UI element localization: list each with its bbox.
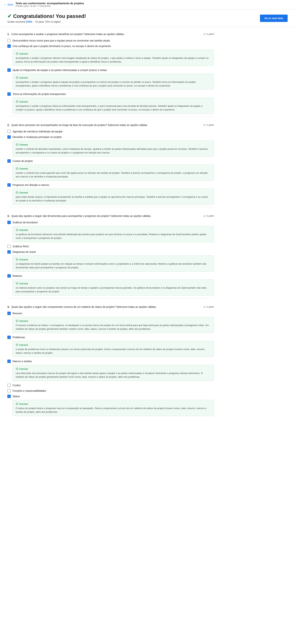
quiz-content: 1. Como acompanhar e avaliar o progresso… <box>0 27 221 429</box>
question-header-1: 1. Como acompanhar e avaliar o progresso… <box>8 33 214 36</box>
question-block-1: 1. Como acompanhar e avaliar o progresso… <box>8 33 214 116</box>
answer-option-4-1: ✓Resumo <box>8 311 214 315</box>
top-nav: ← Back Teste seu conhecimento: Acompanha… <box>0 0 295 10</box>
feedback-text-3-1: os gráficos de burndown oferecem uma div… <box>16 232 211 240</box>
feedback-text-2-3: manter o controle dos custos garante que… <box>16 171 211 178</box>
answer-option-1-1: Desconsidera riscos novos para que a equ… <box>8 38 214 42</box>
option-label-4-5: Funções e responsabilidades <box>12 389 46 392</box>
nav-info: Teste seu conhecimento: Acompanhamento d… <box>16 2 84 8</box>
feedback-text-3-3: os diagramas de Gantt avaliam as tarefas… <box>16 262 211 269</box>
pass-label: To pass <box>35 20 44 23</box>
question-number-4: 4. <box>8 306 10 308</box>
answer-option-3-4: ✓Roteiros <box>8 274 214 278</box>
correct-label-1-3: ☉ Correct <box>16 76 211 80</box>
grade-label: Grade received <box>8 20 25 23</box>
correct-circle-icon: ☉ <box>16 143 18 146</box>
question-text-4: 4. Quais das opções a seguir são compone… <box>8 306 200 308</box>
feedback-text-4-1: O resumo condensa as metas, o cronograma… <box>16 324 211 331</box>
correct-circle-icon: ☉ <box>16 319 18 323</box>
correct-text: Correct <box>19 100 28 103</box>
checkbox-2-1 <box>8 130 11 133</box>
checkbox-3-4: ✓ <box>8 274 11 278</box>
correct-feedback-3-3: ☉ Correctos diagramas de Gantt avaliam a… <box>12 256 214 272</box>
correct-label-1-2: ☉ Correct <box>16 52 211 56</box>
answer-option-3-2: Gráficos RACI <box>8 244 214 248</box>
feedback-text-3-4: os roteiros ilustram como os projetos vã… <box>16 286 211 293</box>
correct-text: Correct <box>19 344 28 346</box>
back-button[interactable]: ← Back <box>4 3 13 6</box>
correct-text: Correct <box>19 76 28 79</box>
option-label-4-4: Custos <box>12 384 21 387</box>
question-number-1: 1. <box>8 33 10 36</box>
answer-option-3-3: ✓Diagramas de Gantt <box>8 250 214 254</box>
question-header-3: 3. Quais das opções a seguir são ferrame… <box>8 214 214 218</box>
checkbox-4-1: ✓ <box>8 312 11 315</box>
feedback-text-1-2: acompanhar e avaliar o progresso oferece… <box>16 56 211 64</box>
answer-option-1-4: ✓Torna as informações do projeto transpa… <box>8 92 214 96</box>
congrats-heading: Congratulations! You passed! <box>13 13 86 19</box>
correct-text: Correct <box>19 167 28 170</box>
congrats-title: ✔ Congratulations! You passed! <box>8 13 86 19</box>
correct-feedback-1-4: ☉ Correctacompanhar e avaliar o progress… <box>12 98 214 114</box>
feedback-text-4-6: O status do projeto ilustra o progresso … <box>16 406 211 414</box>
option-label-1-3: Ajuda os integrantes da equipe e as part… <box>12 68 107 72</box>
checkbox-3-3: ✓ <box>8 250 11 254</box>
question-header-4: 4. Quais das opções a seguir são compone… <box>8 306 214 308</box>
back-label: Back <box>8 3 13 6</box>
checkbox-2-2: ✓ <box>8 135 11 139</box>
option-label-4-3: Marcos e tarefas <box>12 360 32 363</box>
correct-circle-icon: ☉ <box>16 76 18 80</box>
question-divider-1 <box>8 116 214 116</box>
feedback-text-4-2: a seção de problemas inclui os obstáculo… <box>16 348 211 355</box>
checkbox-1-4: ✓ <box>8 92 11 96</box>
correct-feedback-1-2: ☉ Correctacompanhar e avaliar o progress… <box>12 50 214 66</box>
point-badge-4: 1 / 1 point <box>203 306 214 308</box>
question-divider-3 <box>8 298 214 298</box>
correct-label-4-6: ☉ Correct <box>16 402 211 406</box>
grade-info: Grade received 100% To pass 75% or highe… <box>8 20 86 23</box>
checkbox-4-3: ✓ <box>8 360 11 363</box>
answer-option-4-6: ✓Status <box>8 394 214 398</box>
option-label-3-3: Diagramas de Gantt <box>12 250 36 254</box>
correct-label-1-4: ☉ Correct <box>16 100 211 104</box>
answer-option-1-3: ✓Ajuda os integrantes da equipe e as par… <box>8 68 214 72</box>
correct-circle-icon: ☉ <box>16 258 18 261</box>
checkbox-1-1 <box>8 39 11 42</box>
question-block-2: 2. Quais itens precisam ser acompanhados… <box>8 124 214 207</box>
congrats-left: ✔ Congratulations! You passed! Grade rec… <box>8 13 86 23</box>
checkbox-4-6: ✓ <box>8 395 11 398</box>
question-number-3: 3. <box>8 214 10 218</box>
option-label-2-2: Decisões e mudanças principais no projet… <box>12 136 62 138</box>
correct-circle-icon: ☉ <box>16 167 18 170</box>
nav-title: Teste seu conhecimento: Acompanhamento d… <box>16 2 84 5</box>
feedback-text-4-3: uma descrição dos principais marcos do p… <box>16 372 211 378</box>
correct-feedback-4-1: ☉ CorrectO resumo condensa as metas, o c… <box>12 317 214 333</box>
answer-option-2-3: ✓Custos do projeto <box>8 159 214 163</box>
option-label-1-2: Cria confiança de que o projeto terminar… <box>12 45 111 48</box>
answer-option-1-2: ✓Cria confiança de que o projeto termina… <box>8 44 214 48</box>
correct-text: Correct <box>19 282 28 285</box>
checkbox-1-2: ✓ <box>8 44 11 48</box>
correct-feedback-1-3: ☉ Correctacompanhar e avaliar o progress… <box>12 74 214 90</box>
nav-subtitle: Practice Quiz • 8 min • 4 total points <box>16 5 84 8</box>
question-text-3: 3. Quais das opções a seguir são ferrame… <box>8 214 200 218</box>
option-label-3-1: Gráficos de burndown <box>12 221 38 224</box>
option-label-1-4: Torna as informações do projeto transpar… <box>12 92 66 96</box>
correct-text: Correct <box>19 191 28 194</box>
question-header-2: 2. Quais itens precisam ser acompanhados… <box>8 124 214 126</box>
correct-feedback-2-2: ☉ Correctmanter o controle de decisões i… <box>12 140 214 157</box>
correct-label-2-3: ☉ Correct <box>16 167 211 170</box>
pass-value: 75% or higher <box>45 20 61 23</box>
correct-label-4-2: ☉ Correct <box>16 343 211 347</box>
check-circle-icon: ✔ <box>8 13 12 19</box>
congratulations-banner: ✔ Congratulations! You passed! Grade rec… <box>0 10 295 27</box>
checkbox-2-4: ✓ <box>8 183 11 187</box>
correct-text: Correct <box>19 229 28 232</box>
feedback-text-2-4: para evitar perder prazos, é importante … <box>16 195 211 202</box>
feedback-text-1-4: acompanhar e avaliar o progresso deixa a… <box>16 104 211 112</box>
go-next-button[interactable]: Go to next item <box>260 14 288 22</box>
correct-feedback-4-3: ☉ Correctuma descrição dos principais ma… <box>12 365 214 381</box>
correct-text: Correct <box>19 258 28 261</box>
question-block-4: 4. Quais das opções a seguir são compone… <box>8 306 214 416</box>
correct-circle-icon: ☉ <box>16 228 18 232</box>
